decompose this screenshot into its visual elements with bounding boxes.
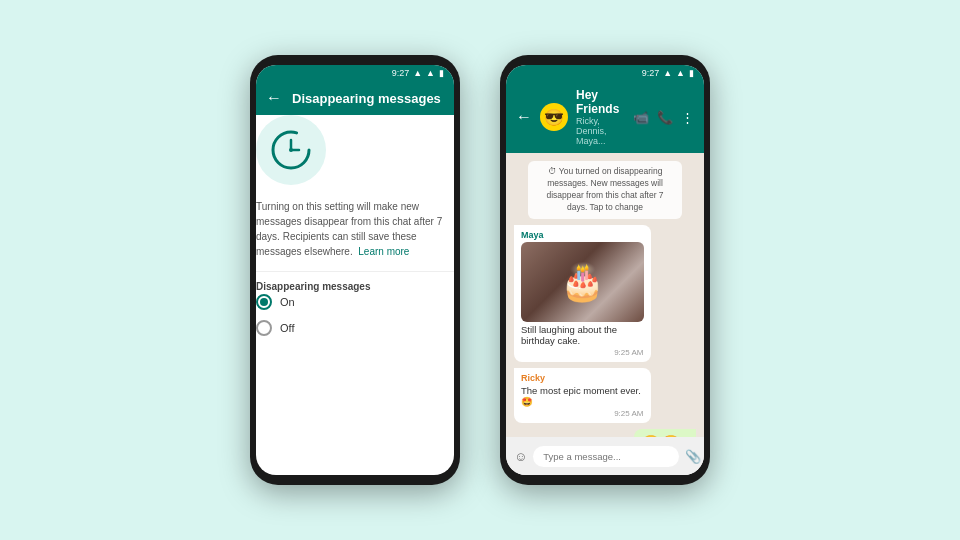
call-icon[interactable]: 📞 xyxy=(657,110,673,125)
battery-icon-2: ▮ xyxy=(689,68,694,78)
message-input[interactable] xyxy=(533,446,679,467)
disappearing-messages-title: Disappearing messages xyxy=(292,91,441,106)
sender-ricky: Ricky xyxy=(521,373,644,383)
wifi-icon-1: ▲ xyxy=(426,68,435,78)
sender-maya: Maya xyxy=(521,230,644,240)
radio-on-label: On xyxy=(280,296,295,308)
system-message: ⏱ You turned on disappearing messages. N… xyxy=(528,161,683,219)
maya-text: Still laughing about the birthday cake. xyxy=(521,324,644,346)
status-bar-2: 9:27 ▲ ▲ ▮ xyxy=(506,65,704,81)
back-button-1[interactable]: ← xyxy=(266,89,282,107)
disappearing-messages-content: Turning on this setting will make new me… xyxy=(256,115,454,346)
section-label: Disappearing messages xyxy=(256,281,371,292)
radio-off-circle[interactable] xyxy=(256,320,272,336)
status-bar-1: 9:27 ▲ ▲ ▮ xyxy=(256,65,454,81)
phone-2: 9:27 ▲ ▲ ▮ ← 😎 Hey Friends Ricky, Dennis… xyxy=(500,55,710,485)
disappearing-messages-header: ← Disappearing messages xyxy=(256,81,454,115)
chat-header-icons: 📹 📞 ⋮ xyxy=(633,110,694,125)
maya-time: 9:25 AM xyxy=(521,348,644,357)
ricky-text: The most epic moment ever.🤩 xyxy=(521,385,644,407)
time-1: 9:27 xyxy=(392,68,410,78)
timer-icon-wrap xyxy=(256,115,326,185)
video-icon[interactable]: 📹 xyxy=(633,110,649,125)
chat-name: Hey Friends xyxy=(576,88,625,116)
chat-avatar: 😎 xyxy=(540,103,568,131)
svg-point-3 xyxy=(289,148,293,152)
time-2: 9:27 xyxy=(642,68,660,78)
radio-on-circle[interactable] xyxy=(256,294,272,310)
divider xyxy=(256,271,454,272)
wifi-icon-2: ▲ xyxy=(676,68,685,78)
more-icon[interactable]: ⋮ xyxy=(681,110,694,125)
attach-icon[interactable]: 📎 xyxy=(685,449,701,464)
chat-info: Hey Friends Ricky, Dennis, Maya... xyxy=(576,88,625,146)
message-outgoing: 😎🤩 9:26 PM ✓✓ xyxy=(634,429,696,437)
chat-body: ⏱ You turned on disappearing messages. N… xyxy=(506,153,704,437)
cake-image xyxy=(521,242,644,322)
message-maya: Maya Still laughing about the birthday c… xyxy=(514,225,651,362)
signal-icon-2: ▲ xyxy=(663,68,672,78)
chat-input-bar: ☺ 📎 📷 🎤 xyxy=(506,437,704,475)
ricky-time: 9:25 AM xyxy=(521,409,644,418)
phone-1: 9:27 ▲ ▲ ▮ ← Disappearing messages xyxy=(250,55,460,485)
phone-1-screen: 9:27 ▲ ▲ ▮ ← Disappearing messages xyxy=(256,65,454,475)
signal-icon-1: ▲ xyxy=(413,68,422,78)
back-button-2[interactable]: ← xyxy=(516,108,532,126)
radio-on[interactable]: On xyxy=(256,294,454,310)
phone-2-screen: 9:27 ▲ ▲ ▮ ← 😎 Hey Friends Ricky, Dennis… xyxy=(506,65,704,475)
learn-more-link[interactable]: Learn more xyxy=(358,246,409,257)
system-message-text: You turned on disappearing messages. New… xyxy=(546,166,663,212)
radio-off[interactable]: Off xyxy=(256,320,454,336)
battery-icon-1: ▮ xyxy=(439,68,444,78)
description-text: Turning on this setting will make new me… xyxy=(256,199,454,259)
radio-off-label: Off xyxy=(280,322,294,334)
message-ricky: Ricky The most epic moment ever.🤩 9:25 A… xyxy=(514,368,651,423)
emoji-icon[interactable]: ☺ xyxy=(514,449,527,464)
chat-members: Ricky, Dennis, Maya... xyxy=(576,116,625,146)
chat-header: ← 😎 Hey Friends Ricky, Dennis, Maya... 📹… xyxy=(506,81,704,153)
timer-icon xyxy=(269,128,313,172)
system-message-icon: ⏱ xyxy=(548,166,559,176)
